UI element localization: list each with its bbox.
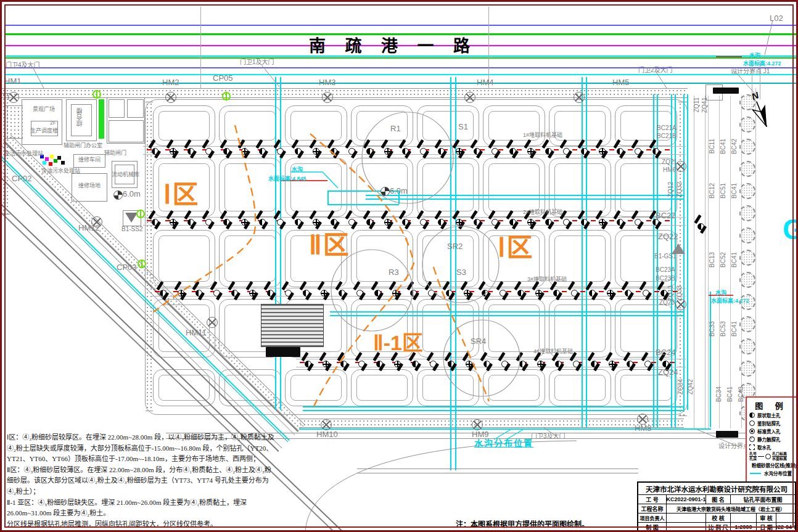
map-label: S1 xyxy=(458,123,468,131)
map-label: ZQ13 xyxy=(668,285,674,301)
map-line xyxy=(357,469,638,469)
map-label: 水面标高:4.272 xyxy=(743,61,781,67)
stockpile-yard-inner xyxy=(620,375,672,401)
map-label: HM3 xyxy=(319,78,335,86)
borehole-marker xyxy=(566,284,582,300)
borehole-marker xyxy=(469,213,485,229)
borehole-marker xyxy=(226,284,242,300)
borehole-marker xyxy=(397,213,413,229)
borehole-marker xyxy=(218,213,234,229)
borehole-marker xyxy=(343,142,360,158)
borehole-marker xyxy=(568,355,584,371)
borehole-marker xyxy=(594,213,610,229)
stockpile-yard xyxy=(219,158,281,217)
borehole-marker xyxy=(200,213,216,229)
note-paragraph: Ⅱ-1 亚区：④₃粉细砂层缺失区。埋深 21.00m~26.00m 段主要为④₁… xyxy=(7,497,274,519)
scale-label: 比 例 尺 xyxy=(706,523,731,531)
tree-icon xyxy=(739,183,755,199)
legend-entry-label: 取水孔 xyxy=(757,444,771,451)
borehole-marker xyxy=(208,284,224,300)
drawing-name-value: 钻孔平面布置图 xyxy=(731,495,795,504)
scale-value: 1:2000 xyxy=(731,523,757,531)
borehole-marker xyxy=(540,142,556,158)
map-label: BC42 xyxy=(731,139,738,154)
map-line xyxy=(330,311,683,313)
stockpile-yard xyxy=(483,369,545,406)
borehole-marker xyxy=(451,142,467,158)
map-label: ZQ34 xyxy=(678,379,684,395)
borehole-marker xyxy=(415,213,431,229)
legend-zone-line: 粉细砂层分区线(推测) xyxy=(749,461,794,469)
legend-symbol-well xyxy=(749,444,755,450)
stockpile-yard-inner xyxy=(290,111,342,141)
job-row: 工 号 KC2022-0901-1 图 名 钻孔平面布置图 xyxy=(638,494,795,504)
map-line xyxy=(275,77,276,410)
map-line xyxy=(755,88,756,431)
borehole-marker xyxy=(514,355,530,371)
borehole-marker xyxy=(254,213,270,229)
map-label: BC41 xyxy=(731,252,738,268)
legend-symbol-cpt xyxy=(749,436,755,442)
map-label: 维修场地 xyxy=(78,183,101,189)
legend-entry-label: 鉴别钻探孔 xyxy=(757,420,781,427)
map-line xyxy=(99,99,104,139)
map-label: 流动机械库 xyxy=(112,172,139,178)
map-line xyxy=(357,473,638,473)
map-label: 3#堆取料机基础 xyxy=(527,277,567,282)
manhole-wheel-icon xyxy=(8,92,19,103)
building xyxy=(127,99,144,118)
borehole-marker xyxy=(576,213,592,229)
equipment-pixel xyxy=(57,156,61,160)
map-label: 水沟 xyxy=(715,290,726,296)
borehole-marker xyxy=(433,213,449,229)
map-label: ZQ33 xyxy=(677,285,683,301)
tree-icon xyxy=(739,117,755,133)
stockpile-yard xyxy=(483,158,545,217)
map-label: HM10 xyxy=(316,430,338,438)
borehole-marker xyxy=(479,355,495,371)
borehole-marker xyxy=(622,355,638,371)
borehole-marker xyxy=(369,284,385,300)
map-label: ZQ32 xyxy=(677,182,683,197)
map-label: 水沟 xyxy=(749,53,760,59)
map-label: 维修车间 xyxy=(78,157,101,163)
map-label: 水沟 xyxy=(292,167,303,173)
job-no-label: 工 号 xyxy=(638,495,667,504)
equipment-pixel xyxy=(43,161,46,165)
map-label: S3 xyxy=(456,268,466,276)
borehole-marker xyxy=(433,142,449,158)
map-label: HM11 xyxy=(186,329,207,337)
borehole-marker xyxy=(630,142,646,158)
project-label: 工程名称 xyxy=(638,504,667,513)
borehole-marker xyxy=(548,284,564,300)
temp-facilities-block xyxy=(261,304,324,347)
map-label: BC22 xyxy=(656,211,676,219)
road-line xyxy=(6,57,796,59)
stockpile-yard xyxy=(549,369,611,406)
map-line xyxy=(710,292,711,427)
borehole-marker xyxy=(530,284,546,300)
map-label: ZQ11 xyxy=(694,97,700,112)
stockpile-yard xyxy=(219,230,281,287)
map-label: 水沟分布位置 xyxy=(474,439,533,448)
map-label: BC41 xyxy=(727,387,733,402)
manhole-wheel-icon xyxy=(464,92,475,103)
map-label: G xyxy=(783,215,798,243)
map-label: 辅助闸门办公室 xyxy=(64,143,102,149)
map-label: ZQ41 xyxy=(702,97,708,113)
manhole-wheel-icon xyxy=(165,92,176,103)
map-label: R3 xyxy=(389,268,399,276)
borehole-marker xyxy=(638,284,654,300)
stockpile-yard-inner xyxy=(158,235,210,282)
borehole-marker xyxy=(218,142,234,158)
map-label: BC34 xyxy=(716,387,722,402)
map-label: ZQ12 xyxy=(668,182,674,197)
borehole-marker xyxy=(147,213,163,229)
stockpile-yard xyxy=(549,158,611,217)
map-label: BC41 xyxy=(731,183,738,198)
check-value xyxy=(731,514,757,522)
map-label: 辅助闸门 xyxy=(104,150,126,156)
map-label: BC24 xyxy=(656,348,676,356)
black-tag xyxy=(716,431,738,438)
borehole-marker xyxy=(191,284,207,300)
